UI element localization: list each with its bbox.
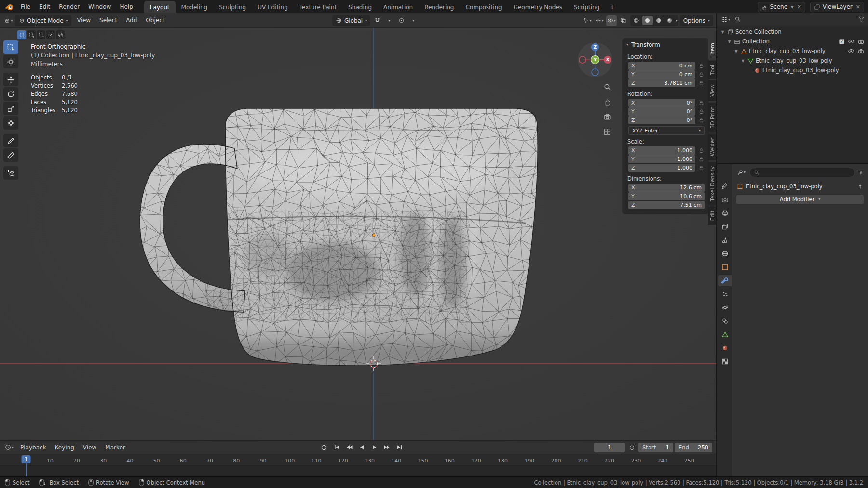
previous-keyframe-button[interactable] <box>344 443 355 452</box>
navigation-gizmo[interactable]: Z X Y <box>577 41 613 78</box>
timeline-menu-playback[interactable]: Playback <box>16 441 51 454</box>
outliner-item-label[interactable]: Collection <box>742 38 770 45</box>
properties-editor-type-button[interactable]: ▾ <box>736 167 746 178</box>
rotation-z-field[interactable]: Z0° <box>628 116 695 124</box>
overlays-dropdown[interactable]: ▾ <box>606 15 617 26</box>
annotate-tool-button[interactable] <box>3 134 18 147</box>
transform-tool-button[interactable] <box>3 116 18 130</box>
expand-caret-icon[interactable]: ▼ <box>740 59 746 63</box>
scale-tool-button[interactable] <box>3 102 18 115</box>
workspace-tab-animation[interactable]: Animation <box>378 1 419 13</box>
mode-dropdown[interactable]: Object Mode ▾ <box>15 15 71 26</box>
properties-tab-constraints[interactable] <box>718 316 732 327</box>
orientation-dropdown[interactable]: Global ▾ <box>332 15 370 26</box>
properties-tab-world[interactable] <box>718 248 732 259</box>
select-box-tool-button[interactable] <box>3 40 18 54</box>
menu-window[interactable]: Window <box>84 0 115 13</box>
menu-help[interactable]: Help <box>115 0 137 13</box>
move-tool-button[interactable] <box>3 73 18 86</box>
gizmo-z-negative-axis[interactable] <box>592 69 598 76</box>
add-workspace-button[interactable]: + <box>605 3 619 11</box>
xray-toggle[interactable] <box>618 15 629 26</box>
outliner-editor-type-button[interactable]: ▾ <box>720 14 731 25</box>
location-x-field[interactable]: X0 cm <box>628 62 695 70</box>
properties-tab-object[interactable] <box>718 262 732 273</box>
pin-icon[interactable] <box>857 184 863 189</box>
timeline-track[interactable] <box>0 465 716 476</box>
outliner-item-label[interactable]: Etnic_clay_cup_03_low-poly <box>762 67 839 74</box>
dimensions-x-field[interactable]: X12.6 cm <box>628 184 705 192</box>
scene-unlink-icon[interactable]: ✕ <box>797 4 801 10</box>
rotation-mode-dropdown[interactable]: XYZ Euler▾ <box>628 126 705 135</box>
measure-tool-button[interactable] <box>3 148 18 162</box>
view-layer-selector[interactable]: ViewLayer ✕ <box>810 2 864 12</box>
workspace-tab-shading[interactable]: Shading <box>342 1 378 13</box>
add-modifier-button[interactable]: Add Modifier ▾ <box>736 194 864 205</box>
jump-to-end-button[interactable] <box>394 443 405 452</box>
selectability-dropdown[interactable]: ▾ <box>582 15 593 26</box>
gizmos-dropdown[interactable]: ▾ <box>594 15 605 26</box>
lock-icon[interactable] <box>698 109 705 114</box>
outliner-row-material[interactable]: Etnic_clay_cup_03_low-poly <box>717 66 868 75</box>
timeline-menu-keying[interactable]: Keying <box>51 441 79 454</box>
toggle-grid-icon[interactable] <box>602 127 612 136</box>
add-cube-tool-button[interactable] <box>3 166 18 180</box>
menu-file[interactable]: File <box>16 0 35 13</box>
lock-icon[interactable] <box>698 165 705 171</box>
properties-tab-view-layer[interactable] <box>718 221 732 232</box>
expand-caret-icon[interactable]: ▼ <box>733 49 739 53</box>
menu-render[interactable]: Render <box>54 0 84 13</box>
dimensions-y-field[interactable]: Y10.6 cm <box>628 192 705 200</box>
viewport-menu-object[interactable]: Object <box>141 13 169 27</box>
timeline-editor-type-button[interactable]: ▾ <box>4 442 14 453</box>
scene-selector[interactable]: Scene ▾ ✕ <box>758 2 805 12</box>
camera-view-icon[interactable] <box>602 112 612 121</box>
camera-icon[interactable] <box>858 39 864 45</box>
properties-tab-material[interactable] <box>718 343 732 354</box>
sidebar-tab-item[interactable]: Item <box>708 39 716 59</box>
pan-hand-icon[interactable] <box>602 97 612 106</box>
proportional-editing-toggle[interactable] <box>396 15 407 26</box>
properties-search-input[interactable] <box>749 168 855 177</box>
transform-panel-header[interactable]: ▾ Transform <box>623 39 708 50</box>
lock-icon[interactable] <box>698 72 705 77</box>
scene-new-icon[interactable]: ▾ <box>791 4 794 10</box>
workspace-tab-geometry-nodes[interactable]: Geometry Nodes <box>508 1 568 13</box>
outliner-item-label[interactable]: Scene Collection <box>735 28 782 35</box>
outliner-filter-icon[interactable] <box>858 16 865 24</box>
lock-icon[interactable] <box>698 63 705 68</box>
playhead-badge[interactable]: 1 <box>22 455 31 463</box>
frame-end-field[interactable]: End 250 <box>675 443 712 452</box>
workspace-tab-compositing[interactable]: Compositing <box>460 1 507 13</box>
checkbox-icon[interactable]: ✓ <box>839 39 844 44</box>
scale-x-field[interactable]: X1.000 <box>628 146 695 155</box>
lock-icon[interactable] <box>698 157 705 162</box>
sidebar-tab-tool[interactable]: Tool <box>708 60 716 79</box>
shading-wireframe-button[interactable] <box>631 16 642 25</box>
next-keyframe-button[interactable] <box>381 443 393 452</box>
expand-caret-icon[interactable]: ▼ <box>727 40 732 44</box>
jump-to-start-button[interactable] <box>331 443 342 452</box>
workspace-tab-modeling[interactable]: Modeling <box>176 1 214 13</box>
outliner-item-label[interactable]: Etnic_clay_cup_03_low-poly <box>756 57 832 64</box>
workspace-tab-layout[interactable]: Layout <box>144 1 176 13</box>
location-z-field[interactable]: Z3.7811 cm <box>628 79 695 87</box>
select-mode-set-icon[interactable] <box>17 30 26 39</box>
snap-toggle[interactable] <box>372 15 382 26</box>
current-frame-field[interactable]: 1 <box>594 443 625 452</box>
camera-icon[interactable] <box>858 48 864 54</box>
viewport-menu-select[interactable]: Select <box>95 13 122 27</box>
location-y-field[interactable]: Y0 cm <box>628 70 695 79</box>
lock-icon[interactable] <box>698 148 705 153</box>
shading-rendered-button[interactable] <box>665 16 675 25</box>
sidebar-tab-3d-print[interactable]: 3D-Print <box>708 103 716 133</box>
play-button[interactable] <box>369 443 380 452</box>
viewport-menu-view[interactable]: View <box>73 13 95 27</box>
expand-caret-icon[interactable]: ▼ <box>720 30 725 34</box>
view-layer-remove-icon[interactable]: ✕ <box>856 4 860 10</box>
workspace-tab-texture-paint[interactable]: Texture Paint <box>294 1 342 13</box>
playhead-line[interactable] <box>26 462 27 476</box>
cursor-tool-button[interactable] <box>3 55 18 68</box>
workspace-tab-rendering[interactable]: Rendering <box>419 1 460 13</box>
timeline-ruler[interactable]: 1 10203040506070809010011012013014015016… <box>0 454 716 465</box>
